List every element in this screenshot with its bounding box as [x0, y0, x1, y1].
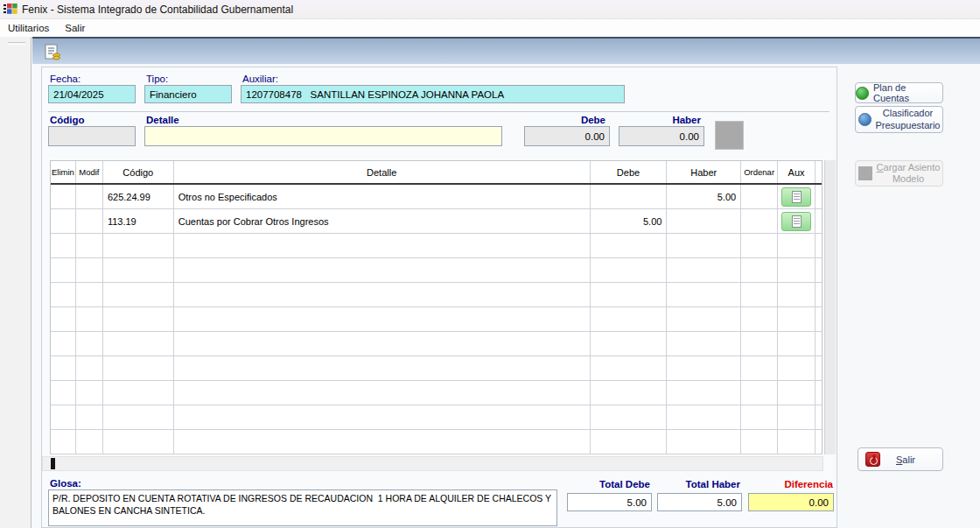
- horizontal-scrollbar-thumb[interactable]: [51, 458, 55, 469]
- cell-filler: [816, 258, 822, 283]
- cell-codigo: [103, 307, 174, 332]
- header-detalle: Detalle: [174, 161, 591, 183]
- horizontal-scrollbar[interactable]: [42, 456, 823, 471]
- blue-sphere-icon: [858, 113, 872, 126]
- codigo-input[interactable]: [48, 126, 136, 146]
- add-entry-square-button[interactable]: [715, 121, 744, 150]
- cell-filler: [816, 234, 822, 258]
- auxiliar-field[interactable]: 1207708478 SANTILLAN ESPINOZA JOHANNA PA…: [241, 85, 625, 103]
- header-aux: Aux: [778, 161, 816, 183]
- auxiliar-label: Auxiliar:: [242, 74, 278, 84]
- cell-filler: [816, 307, 822, 332]
- cell-modif: [76, 430, 103, 454]
- cell-detalle: [174, 405, 591, 430]
- table-row: [51, 381, 822, 405]
- header-debe: Debe: [591, 161, 668, 183]
- table-header-row: Elimin Modif Código Detalle Debe Haber O…: [51, 161, 822, 185]
- fecha-label: Fecha:: [50, 74, 80, 84]
- cell-aux: [778, 283, 816, 307]
- fecha-field[interactable]: 21/04/2025: [48, 85, 136, 103]
- cell-aux: [778, 307, 816, 332]
- cell-ordenar: [741, 405, 778, 430]
- menu-salir[interactable]: Salir: [57, 21, 93, 35]
- cell-detalle: Otros no Especificados: [174, 185, 591, 209]
- cell-elimin: [51, 209, 76, 234]
- debe-input[interactable]: 0.00: [524, 126, 610, 146]
- cell-ordenar: [741, 381, 778, 405]
- new-entry-toolbar-button[interactable]: [40, 42, 65, 63]
- cell-codigo: [103, 405, 174, 430]
- cargar-asiento-label: Cargar AsientoModelo: [877, 162, 941, 185]
- haber-label: Haber: [619, 115, 701, 125]
- menu-utilitarios[interactable]: Utilitarios: [0, 21, 57, 35]
- table-row[interactable]: 625.24.99Otros no Especificados5.00: [51, 185, 822, 209]
- header-codigo: Código: [103, 161, 174, 183]
- cell-detalle: [174, 234, 591, 258]
- cell-detalle: [174, 381, 591, 405]
- cell-elimin: [51, 283, 76, 307]
- cell-aux: [778, 234, 816, 258]
- cell-ordenar: [741, 307, 778, 332]
- tipo-label: Tipo:: [146, 74, 168, 84]
- menu-bar: Utilitarios Salir: [0, 19, 980, 37]
- table-row: [51, 307, 822, 332]
- cell-haber: 5.00: [667, 185, 741, 209]
- cell-haber: [667, 234, 741, 258]
- salir-button[interactable]: Salir: [858, 447, 943, 471]
- total-haber-label: Total Haber: [657, 479, 740, 489]
- table-row: [51, 258, 822, 283]
- cell-codigo: [103, 381, 174, 405]
- tipo-field[interactable]: Financiero: [144, 85, 232, 103]
- clasificador-presupuestario-button[interactable]: ClasificadorPresupuestario: [855, 106, 943, 133]
- cell-codigo: [103, 234, 174, 258]
- left-side-panel: [0, 37, 32, 528]
- panel-grip[interactable]: [8, 42, 25, 45]
- cell-aux: [778, 381, 816, 405]
- vertical-scrollbar[interactable]: [824, 160, 836, 454]
- cell-elimin: [51, 185, 76, 209]
- cell-filler: [816, 332, 822, 356]
- plan-de-cuentas-button[interactable]: Plan de Cuentas: [855, 82, 943, 103]
- total-haber-field: 5.00: [657, 493, 742, 511]
- haber-input[interactable]: 0.00: [619, 126, 704, 146]
- cell-debe: [591, 356, 668, 381]
- debe-label: Debe: [524, 115, 606, 125]
- cell-debe: [591, 307, 668, 332]
- cell-debe: [591, 430, 668, 454]
- detalle-input[interactable]: [144, 126, 502, 146]
- cell-codigo: [103, 430, 174, 454]
- entries-table: Elimin Modif Código Detalle Debe Haber O…: [50, 160, 822, 454]
- cell-detalle: [174, 430, 591, 454]
- cargar-asiento-modelo-button[interactable]: Cargar AsientoModelo: [855, 160, 943, 187]
- cell-modif: [76, 381, 103, 405]
- aux-button[interactable]: [781, 212, 811, 231]
- cell-detalle: [174, 356, 591, 381]
- cell-ordenar: [741, 283, 778, 307]
- cell-codigo: [103, 283, 174, 307]
- header-elimin: Elimin: [51, 161, 76, 183]
- table-row[interactable]: 113.19Cuentas por Cobrar Otros Ingresos5…: [51, 209, 822, 234]
- cell-haber: [667, 258, 741, 283]
- cell-modif: [76, 332, 103, 356]
- aux-button[interactable]: [781, 187, 811, 207]
- glosa-textarea[interactable]: P/R. DEPOSITO EN CUENTA ROTATIVA DE INGR…: [48, 489, 557, 526]
- cell-filler: [816, 430, 822, 454]
- cell-codigo: 113.19: [103, 209, 174, 234]
- cell-debe: [591, 332, 668, 356]
- cell-haber: [667, 356, 741, 381]
- cell-debe: [591, 234, 668, 258]
- cell-haber: [667, 209, 741, 234]
- title-bar: Fenix - Sistema Integrado de Contabilida…: [0, 0, 980, 19]
- cell-elimin: [51, 332, 76, 356]
- detalle-label: Detalle: [146, 115, 179, 125]
- cell-ordenar: [741, 356, 778, 381]
- window-title: Fenix - Sistema Integrado de Contabilida…: [22, 4, 293, 16]
- cell-aux: [778, 430, 816, 454]
- table-row: [51, 283, 822, 307]
- cell-aux: [778, 258, 816, 283]
- cell-modif: [76, 356, 103, 381]
- cell-filler: [816, 381, 822, 405]
- cell-debe: [591, 258, 668, 283]
- cell-aux: [778, 185, 816, 209]
- codigo-label: Código: [50, 115, 85, 125]
